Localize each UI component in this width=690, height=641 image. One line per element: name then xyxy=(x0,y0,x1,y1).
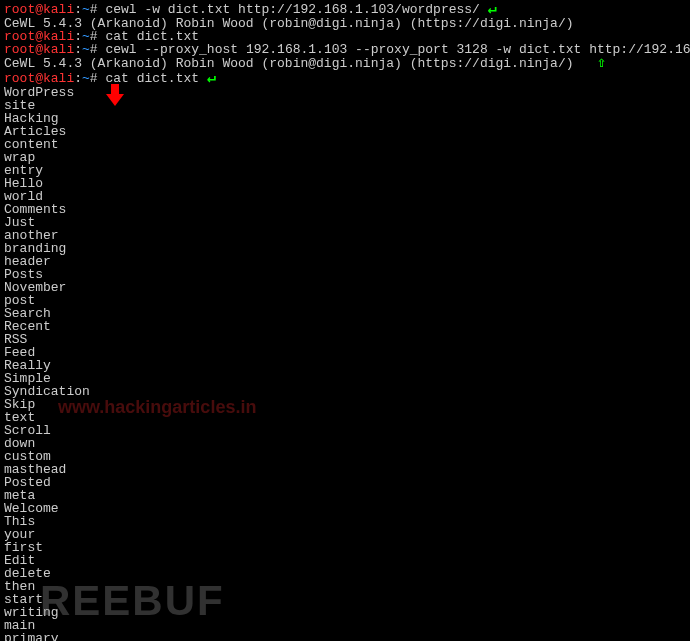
wordlist-item: entry xyxy=(4,164,686,177)
wordlist-item: Feed xyxy=(4,346,686,359)
wordlist-item: Edit xyxy=(4,554,686,567)
wordlist-item: Syndication xyxy=(4,385,686,398)
wordlist-item: Hacking xyxy=(4,112,686,125)
wordlist-item: world xyxy=(4,190,686,203)
enter-arrow-icon: ↵ xyxy=(207,71,216,86)
wordlist-item: Posted xyxy=(4,476,686,489)
wordlist-item: November xyxy=(4,281,686,294)
wordlist-item: writing xyxy=(4,606,686,619)
wordlist-item: RSS xyxy=(4,333,686,346)
prompt-hash: # xyxy=(90,2,106,17)
wordlist-item: meta xyxy=(4,489,686,502)
wordlist-item: Really xyxy=(4,359,686,372)
wordlist-item: masthead xyxy=(4,463,686,476)
prompt-user: root@kali xyxy=(4,71,74,86)
prompt-hash: # xyxy=(90,71,106,86)
wordlist-item: main xyxy=(4,619,686,632)
wordlist-item: down xyxy=(4,437,686,450)
wordlist-item: another xyxy=(4,229,686,242)
wordlist-item: Hello xyxy=(4,177,686,190)
up-arrow-icon: ⇧ xyxy=(597,56,606,71)
wordlist-item: custom xyxy=(4,450,686,463)
prompt-hash: # xyxy=(90,42,106,57)
wordlist-item: start xyxy=(4,593,686,606)
prompt-user: root@kali xyxy=(4,2,74,17)
wordlist-item: post xyxy=(4,294,686,307)
command-line: root@kali:~# cewl -w dict.txt http://192… xyxy=(4,2,686,17)
enter-arrow-icon: ↵ xyxy=(488,2,497,17)
wordlist-item: Search xyxy=(4,307,686,320)
prompt-user: root@kali xyxy=(4,42,74,57)
wordlist-item: Skip xyxy=(4,398,686,411)
wordlist-item: Just xyxy=(4,216,686,229)
wordlist-item: text xyxy=(4,411,686,424)
prompt-path: ~ xyxy=(82,2,90,17)
wordlist-item: your xyxy=(4,528,686,541)
wordlist-item: wrap xyxy=(4,151,686,164)
wordlist-item: Simple xyxy=(4,372,686,385)
prompt-sep: : xyxy=(74,2,82,17)
command-line: root@kali:~# cewl --proxy_host 192.168.1… xyxy=(4,43,686,56)
wordlist-item: Posts xyxy=(4,268,686,281)
wordlist-item: header xyxy=(4,255,686,268)
wordlist-item: content xyxy=(4,138,686,151)
wordlist-item: Welcome xyxy=(4,502,686,515)
prompt-sep: : xyxy=(74,71,82,86)
prompt-path: ~ xyxy=(82,71,90,86)
wordlist-item: branding xyxy=(4,242,686,255)
output-line: CeWL 5.4.3 (Arkanoid) Robin Wood (robin@… xyxy=(4,56,686,71)
wordlist-item: delete xyxy=(4,567,686,580)
wordlist-item: This xyxy=(4,515,686,528)
prompt-sep: : xyxy=(74,42,82,57)
command-text: cat dict.txt xyxy=(105,71,199,86)
wordlist-item: primary xyxy=(4,632,686,641)
wordlist-item: first xyxy=(4,541,686,554)
wordlist-item: Scroll xyxy=(4,424,686,437)
command-line: root@kali:~# cat dict.txt ↵ xyxy=(4,71,686,86)
wordlist-item: Comments xyxy=(4,203,686,216)
wordlist-item: Articles xyxy=(4,125,686,138)
wordlist-item: then xyxy=(4,580,686,593)
command-text: cewl -w dict.txt http://192.168.1.103/wo… xyxy=(105,2,479,17)
prompt-path: ~ xyxy=(82,42,90,57)
wordlist-item: Recent xyxy=(4,320,686,333)
